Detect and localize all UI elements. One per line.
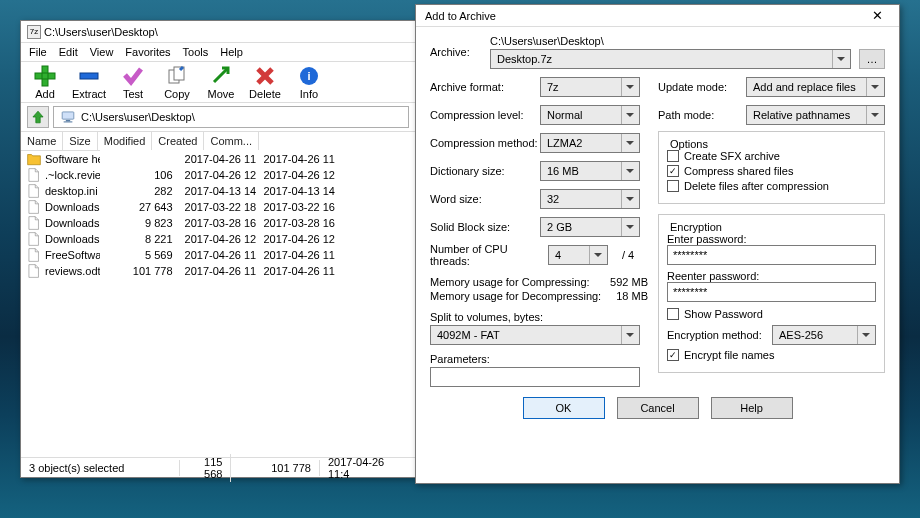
computer-icon — [60, 109, 76, 125]
help-button[interactable]: Help — [711, 397, 793, 419]
archive-path: C:\Users\user\Desktop\ — [490, 35, 885, 47]
address-bar: C:\Users\user\Desktop\ — [21, 103, 415, 132]
nav-up-button[interactable] — [27, 106, 49, 128]
encryption-method-select[interactable]: AES-256 — [772, 325, 876, 345]
info-icon — [298, 65, 320, 87]
mem-compress-value: 592 MB — [610, 276, 648, 288]
add-to-archive-dialog: Add to Archive ✕ Archive: C:\Users\user\… — [415, 4, 900, 484]
file-row[interactable]: desktop.ini2822017-04-13 14:402017-04-13… — [21, 183, 415, 199]
file-row[interactable]: DownloadsDatabase2.odt9 8232017-03-28 16… — [21, 215, 415, 231]
encrypt-names-checkbox[interactable]: ✓Encrypt file names — [667, 349, 876, 361]
extract-button[interactable]: Extract — [69, 64, 109, 100]
block-select[interactable]: 2 GB — [540, 217, 640, 237]
ods-icon — [27, 232, 41, 246]
window-title: C:\Users\user\Desktop\ — [41, 26, 409, 38]
delete-icon — [254, 65, 276, 87]
cpu-threads-select[interactable]: 4 — [548, 245, 608, 265]
status-sel: 101 778 — [231, 460, 320, 476]
status-size: 115 568 — [180, 454, 231, 482]
sevenzip-main-window: 7z C:\Users\user\Desktop\ FileEditViewFa… — [20, 20, 416, 478]
test-button[interactable]: Test — [113, 64, 153, 100]
copy-button[interactable]: Copy — [157, 64, 197, 100]
password-reenter-input[interactable] — [667, 282, 876, 302]
password-input[interactable] — [667, 245, 876, 265]
info-button[interactable]: Info — [289, 64, 329, 100]
status-objects: 3 object(s) selected — [21, 460, 180, 476]
method-select[interactable]: LZMA2 — [540, 133, 640, 153]
menu-help[interactable]: Help — [220, 46, 243, 58]
doc-icon — [27, 184, 41, 198]
parameters-input[interactable] — [430, 367, 640, 387]
delete-after-checkbox[interactable]: Delete files after compression — [667, 180, 876, 192]
options-group: Options Create SFX archive ✓Compress sha… — [658, 131, 885, 204]
copy-icon — [166, 65, 188, 87]
menu-bar: FileEditViewFavoritesToolsHelp — [21, 43, 415, 62]
ods-icon — [27, 200, 41, 214]
file-row[interactable]: .~lock.reviews.odt#1062017-04-26 12:0620… — [21, 167, 415, 183]
file-row[interactable]: Downloads.ods27 6432017-03-22 18:462017-… — [21, 199, 415, 215]
move-icon — [210, 65, 232, 87]
menu-view[interactable]: View — [90, 46, 114, 58]
ok-button[interactable]: OK — [523, 397, 605, 419]
sfx-checkbox[interactable]: Create SFX archive — [667, 150, 876, 162]
close-icon[interactable]: ✕ — [861, 8, 893, 23]
menu-file[interactable]: File — [29, 46, 47, 58]
menu-edit[interactable]: Edit — [59, 46, 78, 58]
browse-button[interactable]: … — [859, 49, 885, 69]
menu-tools[interactable]: Tools — [183, 46, 209, 58]
file-row[interactable]: FreeSoftwareReviewTe...5 5692017-04-26 1… — [21, 247, 415, 263]
column-header-comm[interactable]: Comm... — [204, 132, 259, 150]
status-bar: 3 object(s) selected 115 568 101 778 201… — [21, 457, 415, 477]
word-select[interactable]: 32 — [540, 189, 640, 209]
delete-button[interactable]: Delete — [245, 64, 285, 100]
mem-decompress-value: 18 MB — [616, 290, 648, 302]
folder-icon — [27, 152, 41, 166]
status-date: 2017-04-26 11:4 — [320, 454, 415, 482]
file-row[interactable]: DownloadsPlan.ods8 2212017-04-26 12:0420… — [21, 231, 415, 247]
path-mode-select[interactable]: Relative pathnames — [746, 105, 885, 125]
column-header-modified[interactable]: Modified — [97, 132, 152, 150]
archive-label: Archive: — [430, 46, 490, 58]
column-header-name[interactable]: Name — [21, 132, 63, 150]
format-select[interactable]: 7z — [540, 77, 640, 97]
title-bar[interactable]: 7z C:\Users\user\Desktop\ — [21, 21, 415, 43]
cancel-button[interactable]: Cancel — [617, 397, 699, 419]
update-mode-select[interactable]: Add and replace files — [746, 77, 885, 97]
show-password-checkbox[interactable]: Show Password — [667, 308, 876, 320]
move-button[interactable]: Move — [201, 64, 241, 100]
dict-select[interactable]: 16 MB — [540, 161, 640, 181]
odt-icon — [27, 248, 41, 262]
sevenzip-app-icon: 7z — [27, 25, 41, 39]
tool-bar: AddExtractTestCopyMoveDeleteInfo — [21, 62, 415, 103]
menu-favorites[interactable]: Favorites — [125, 46, 170, 58]
file-row[interactable]: Software hero images2017-04-26 11:292017… — [21, 151, 415, 167]
split-volumes-combo[interactable]: 4092M - FAT — [430, 325, 640, 345]
check-icon — [122, 65, 144, 87]
add-button[interactable]: Add — [25, 64, 65, 100]
cpu-max-label: / 4 — [622, 249, 634, 261]
address-input[interactable]: C:\Users\user\Desktop\ — [53, 106, 409, 128]
plus-icon — [34, 65, 56, 87]
column-header-size[interactable]: Size — [63, 132, 97, 150]
column-header-created[interactable]: Created — [152, 132, 204, 150]
doc-icon — [27, 168, 41, 182]
compression-settings: Archive format: 7z Compression level: No… — [430, 75, 648, 387]
level-select[interactable]: Normal — [540, 105, 640, 125]
shared-checkbox[interactable]: ✓Compress shared files — [667, 165, 876, 177]
dialog-title: Add to Archive — [422, 10, 861, 22]
file-list: NameSizeModifiedCreatedComm... Software … — [21, 132, 415, 295]
encryption-group: Encryption Enter password: Reenter passw… — [658, 214, 885, 373]
odt-icon — [27, 216, 41, 230]
archive-file-combo[interactable]: Desktop.7z — [490, 49, 851, 69]
file-row[interactable]: reviews.odt101 7782017-04-26 11:422017-0… — [21, 263, 415, 279]
minus-icon — [78, 65, 100, 87]
dialog-title-bar[interactable]: Add to Archive ✕ — [416, 5, 899, 27]
odt-icon — [27, 264, 41, 278]
